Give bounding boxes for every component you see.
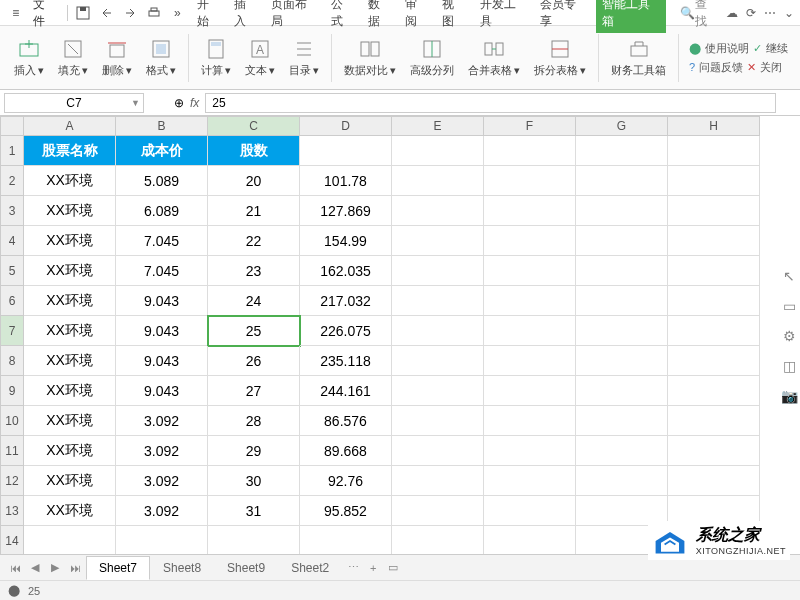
cell[interactable] [392,436,484,466]
cell[interactable]: 244.161 [300,376,392,406]
func-icon[interactable]: ⊕ [174,96,184,110]
cell[interactable] [484,136,576,166]
text-button[interactable]: A文本▾ [239,35,281,80]
cell[interactable]: 3.092 [116,436,208,466]
cell[interactable]: 86.576 [300,406,392,436]
adv-split-button[interactable]: 高级分列 [404,35,460,80]
cell[interactable] [24,526,116,556]
name-box[interactable]: C7▼ [4,93,144,113]
cell[interactable]: 92.76 [300,466,392,496]
cursor-icon[interactable]: ↖ [783,268,795,284]
cell[interactable] [668,256,760,286]
formula-input[interactable] [205,93,776,113]
cell[interactable]: 101.78 [300,166,392,196]
chart-icon[interactable]: ◫ [783,358,796,374]
column-header[interactable]: B [116,116,208,136]
print-icon[interactable] [144,3,163,23]
column-header[interactable]: H [668,116,760,136]
cell[interactable] [668,466,760,496]
cell[interactable]: XX环境 [24,436,116,466]
row-header[interactable]: 3 [0,196,24,226]
sync-icon[interactable]: ⟳ [746,6,756,20]
more-icon[interactable]: » [168,3,187,23]
row-header[interactable]: 8 [0,346,24,376]
cell[interactable] [392,256,484,286]
cell[interactable]: 股数 [208,136,300,166]
cell[interactable] [576,286,668,316]
cell[interactable]: 235.118 [300,346,392,376]
toc-button[interactable]: 目录▾ [283,35,325,80]
row-header[interactable]: 13 [0,496,24,526]
select-icon[interactable]: ▭ [783,298,796,314]
menu-tab[interactable]: 开始 [191,0,226,33]
insert-button[interactable]: 插入▾ [8,35,50,80]
cell[interactable] [300,526,392,556]
sheet-tab[interactable]: Sheet7 [86,556,150,580]
cell[interactable] [484,256,576,286]
cell[interactable] [484,226,576,256]
cell[interactable] [484,466,576,496]
cell[interactable]: 30 [208,466,300,496]
menu-tab[interactable]: 公式 [325,0,360,33]
row-header[interactable]: 12 [0,466,24,496]
chevron-down-icon[interactable]: ⌄ [784,6,794,20]
cell[interactable] [116,526,208,556]
cell[interactable] [392,496,484,526]
cell[interactable] [668,166,760,196]
cell[interactable] [576,196,668,226]
sheet-tab[interactable]: Sheet2 [278,556,342,580]
settings-icon[interactable]: ⚙ [783,328,796,344]
row-header[interactable]: 2 [0,166,24,196]
row-header[interactable]: 6 [0,286,24,316]
cell[interactable]: 9.043 [116,286,208,316]
cloud-icon[interactable]: ☁ [726,6,738,20]
cell[interactable]: 25 [208,316,300,346]
cell[interactable] [668,406,760,436]
row-header[interactable]: 5 [0,256,24,286]
column-header[interactable]: G [576,116,668,136]
cell[interactable] [392,136,484,166]
cell[interactable] [668,316,760,346]
cell[interactable] [484,376,576,406]
cell[interactable] [576,466,668,496]
cell[interactable] [392,166,484,196]
row-header[interactable]: 4 [0,226,24,256]
last-sheet-icon[interactable]: ⏭ [66,559,84,577]
cell[interactable]: 3.092 [116,406,208,436]
cell[interactable]: 20 [208,166,300,196]
row-header[interactable]: 14 [0,526,24,556]
row-header[interactable]: 1 [0,136,24,166]
fill-button[interactable]: 填充▾ [52,35,94,80]
sheet-tab[interactable]: Sheet8 [150,556,214,580]
more-sheets-icon[interactable]: ⋯ [344,559,362,577]
smart-toolbox-tab[interactable]: 智能工具箱 [596,0,666,33]
menu-tab[interactable]: 插入 [228,0,263,33]
cell[interactable] [392,376,484,406]
menu-tab[interactable]: 页面布局 [265,0,323,33]
column-header[interactable]: F [484,116,576,136]
row-header[interactable]: 11 [0,436,24,466]
cell[interactable] [392,286,484,316]
menu-tab[interactable]: 审阅 [399,0,434,33]
cell[interactable]: 217.032 [300,286,392,316]
add-sheet-icon[interactable]: + [364,559,382,577]
cell[interactable]: 26 [208,346,300,376]
cell[interactable] [668,346,760,376]
cell[interactable] [392,316,484,346]
menu-icon[interactable]: ≡ [6,3,25,23]
cell[interactable]: 9.043 [116,316,208,346]
cell[interactable] [668,136,760,166]
cell[interactable]: 95.852 [300,496,392,526]
cell[interactable] [668,376,760,406]
cell[interactable] [668,286,760,316]
row-header[interactable]: 7 [0,316,24,346]
sheet-tab[interactable]: Sheet9 [214,556,278,580]
cell[interactable]: 27 [208,376,300,406]
cell[interactable] [576,226,668,256]
format-button[interactable]: 格式▾ [140,35,182,80]
cell[interactable] [576,376,668,406]
cell[interactable] [576,436,668,466]
cell[interactable]: 21 [208,196,300,226]
cell[interactable]: 154.99 [300,226,392,256]
cell[interactable] [576,166,668,196]
